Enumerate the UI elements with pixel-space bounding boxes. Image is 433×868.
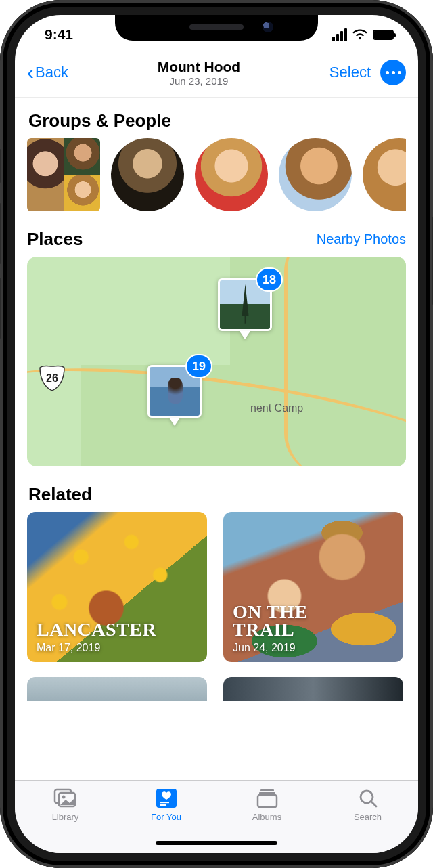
nav-bar: ‹ Back Mount Hood Jun 23, 2019 Select [15,54,418,98]
tab-bar: Library For You Albums Search [15,780,418,853]
notch [115,15,318,41]
section-groups-people: Groups & People [28,110,406,131]
highway-shield-icon: 26 [38,364,66,392]
svg-rect-5 [160,802,169,803]
places-map[interactable]: 26 nent Camp 18 19 [27,257,406,466]
search-icon [356,787,380,809]
svg-line-11 [371,802,376,806]
person-avatar[interactable] [279,138,352,211]
svg-rect-7 [260,789,274,791]
battery-icon [373,30,394,40]
chevron-left-icon: ‹ [27,62,34,83]
volume-down [0,278,1,339]
wifi-icon [352,27,367,42]
pin-count-badge: 18 [256,267,283,292]
back-label: Back [35,64,68,81]
map-place-label: nent Camp [250,402,303,414]
svg-rect-8 [259,792,275,794]
related-memory-card[interactable] [27,677,207,701]
albums-icon [255,787,279,809]
tab-library[interactable]: Library [25,787,106,822]
related-memory-card[interactable]: ON THE TRAIL Jun 24, 2019 [223,512,403,662]
related-memory-card[interactable]: LANCASTER Mar 17, 2019 [27,512,207,662]
mute-switch [0,149,1,183]
person-avatar[interactable] [111,138,184,211]
section-places: Places [27,229,83,250]
related-grid: LANCASTER Mar 17, 2019 ON THE TRAIL Jun … [27,512,406,662]
map-photo-pin[interactable]: 18 [218,278,272,339]
tab-albums[interactable]: Albums [227,787,308,822]
svg-text:26: 26 [46,372,58,384]
map-photo-pin[interactable]: 19 [147,365,202,426]
memory-date: Mar 17, 2019 [37,642,156,654]
memory-date: Jun 24, 2019 [233,642,308,654]
svg-point-3 [62,796,65,799]
svg-rect-9 [258,795,277,807]
memory-title: LANCASTER [37,621,156,639]
tab-label: For You [151,812,181,822]
pin-count-badge: 19 [185,354,212,378]
tab-label: Library [52,812,79,822]
nav-title-area: Mount Hood Jun 23, 2019 [158,59,240,87]
person-avatar[interactable] [363,138,406,211]
select-button[interactable]: Select [329,64,371,81]
cellular-icon [332,28,347,41]
front-camera [263,22,273,32]
library-icon [53,787,78,809]
tab-label: Search [354,812,382,822]
nearby-photos-link[interactable]: Nearby Photos [317,232,406,247]
people-row[interactable] [27,138,406,211]
screen: 9:41 ‹ Back Mount Hood Jun 23, 2019 Sele… [15,15,418,853]
page-title: Mount Hood [158,59,240,75]
related-peek-row [27,677,406,701]
more-button[interactable] [380,60,406,85]
related-memory-card[interactable] [223,677,403,701]
section-related: Related [28,484,406,505]
for-you-icon [154,787,179,809]
svg-rect-6 [160,804,166,806]
content-area[interactable]: Groups & People Places Nearby Photos 26 [15,98,418,780]
people-group-tile[interactable] [27,138,100,211]
device-frame: 9:41 ‹ Back Mount Hood Jun 23, 2019 Sele… [0,0,433,868]
tab-for-you[interactable]: For You [126,787,207,822]
home-indicator[interactable] [156,841,277,845]
volume-up [0,203,1,264]
memory-title: ON THE TRAIL [233,603,308,639]
tab-search[interactable]: Search [327,787,409,822]
page-subtitle: Jun 23, 2019 [158,75,240,87]
speaker-grille [189,24,244,30]
tab-label: Albums [252,812,281,822]
status-right [332,27,394,42]
person-avatar[interactable] [195,138,268,211]
status-time: 9:41 [45,26,73,43]
back-button[interactable]: ‹ Back [27,62,68,83]
